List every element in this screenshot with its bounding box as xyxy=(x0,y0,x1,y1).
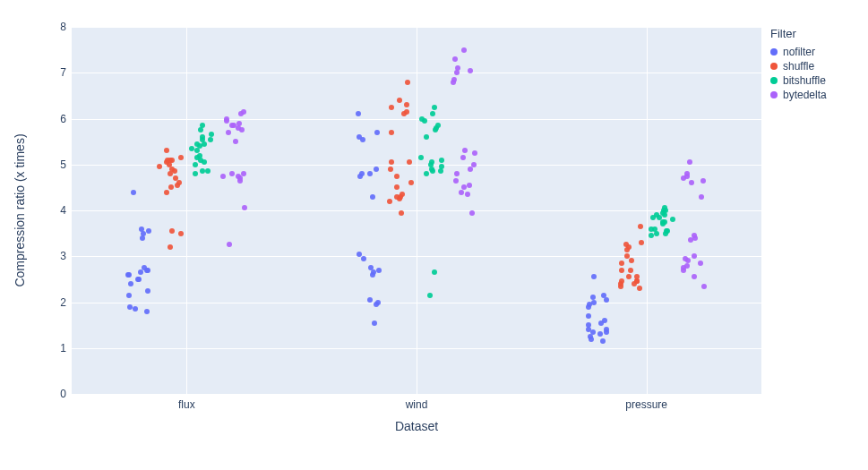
y-tick-label: 8 xyxy=(30,21,66,33)
data-point xyxy=(408,180,414,185)
y-axis-label: Compression ratio (x times) xyxy=(13,133,27,286)
y-tick-label: 2 xyxy=(30,296,66,309)
y-tick-label: 5 xyxy=(30,158,66,171)
data-point xyxy=(197,153,202,158)
data-point xyxy=(361,256,366,261)
data-point xyxy=(624,253,630,259)
data-point xyxy=(367,171,373,176)
data-point xyxy=(126,293,132,298)
data-point xyxy=(654,231,659,236)
gridline-v xyxy=(647,27,648,394)
legend-item-nofilter[interactable]: nofilter xyxy=(770,46,827,58)
data-point xyxy=(601,293,606,298)
data-point xyxy=(397,98,402,103)
data-point xyxy=(649,226,654,232)
data-point xyxy=(628,268,633,273)
data-point xyxy=(701,284,707,289)
data-point xyxy=(586,313,591,319)
data-point xyxy=(200,134,205,140)
data-point xyxy=(189,146,194,151)
data-point xyxy=(387,199,392,204)
data-point xyxy=(236,121,242,126)
data-point xyxy=(684,171,690,176)
data-point xyxy=(168,184,174,190)
data-point xyxy=(623,242,629,247)
data-point xyxy=(662,205,667,210)
data-point xyxy=(419,116,425,122)
data-point xyxy=(462,148,468,153)
legend-label: bitshuffle xyxy=(783,74,826,87)
data-point xyxy=(168,244,173,250)
data-point xyxy=(654,212,659,218)
gridline-h xyxy=(72,394,761,395)
data-point xyxy=(371,269,376,275)
data-point xyxy=(241,171,246,176)
data-point xyxy=(375,300,381,305)
data-point xyxy=(591,300,597,305)
data-point xyxy=(208,137,213,142)
data-point xyxy=(145,288,150,294)
data-point xyxy=(164,148,169,153)
data-point xyxy=(193,162,198,167)
legend-item-shuffle[interactable]: shuffle xyxy=(770,60,827,73)
data-point xyxy=(164,190,169,195)
data-point xyxy=(227,242,232,247)
data-point xyxy=(194,148,200,153)
data-point xyxy=(465,192,470,197)
legend-label: bytedelta xyxy=(783,89,827,101)
data-point xyxy=(224,116,229,122)
data-point xyxy=(233,139,238,144)
data-point xyxy=(429,159,434,165)
data-point xyxy=(454,70,460,75)
data-point xyxy=(432,269,437,275)
y-tick-label: 4 xyxy=(30,204,66,217)
data-point xyxy=(194,141,200,147)
data-point xyxy=(193,171,198,176)
data-point xyxy=(692,233,697,238)
data-point xyxy=(138,269,143,275)
y-tick-label: 3 xyxy=(30,250,66,262)
y-tick-label: 1 xyxy=(30,342,66,355)
legend-item-bytedelta[interactable]: bytedelta xyxy=(770,89,827,101)
data-point xyxy=(684,263,690,269)
data-point xyxy=(427,293,433,298)
legend-swatch xyxy=(770,91,778,98)
data-point xyxy=(169,167,175,172)
data-point xyxy=(202,141,207,147)
data-point xyxy=(634,274,640,279)
data-point xyxy=(220,174,226,179)
legend-title: Filter xyxy=(770,27,827,40)
data-point xyxy=(689,180,694,185)
data-point xyxy=(139,226,144,232)
y-tick-label: 6 xyxy=(30,113,66,125)
legend-swatch xyxy=(770,77,778,84)
data-point xyxy=(169,228,175,234)
data-point xyxy=(368,265,374,270)
x-tick-label: pressure xyxy=(625,398,667,411)
data-point xyxy=(165,158,170,163)
data-point xyxy=(586,322,591,328)
data-point xyxy=(357,174,363,179)
data-point xyxy=(626,274,632,279)
x-axis-label: Dataset xyxy=(395,419,438,433)
data-point xyxy=(226,130,231,135)
data-point xyxy=(683,256,688,261)
data-point xyxy=(376,268,382,273)
data-point xyxy=(367,297,373,303)
data-point xyxy=(435,123,441,128)
data-point xyxy=(660,219,666,225)
data-point xyxy=(140,235,145,241)
data-point xyxy=(468,167,473,172)
legend-item-bitshuffle[interactable]: bitshuffle xyxy=(770,74,827,87)
data-point xyxy=(357,252,362,257)
data-point xyxy=(200,123,205,128)
data-point xyxy=(241,109,246,115)
legend-label: nofilter xyxy=(783,46,815,58)
data-point xyxy=(629,258,634,263)
data-point xyxy=(131,190,136,195)
data-point xyxy=(438,168,443,174)
x-tick-label: wind xyxy=(406,398,428,411)
data-point xyxy=(394,184,400,190)
data-point xyxy=(198,127,203,132)
data-point xyxy=(394,174,400,179)
